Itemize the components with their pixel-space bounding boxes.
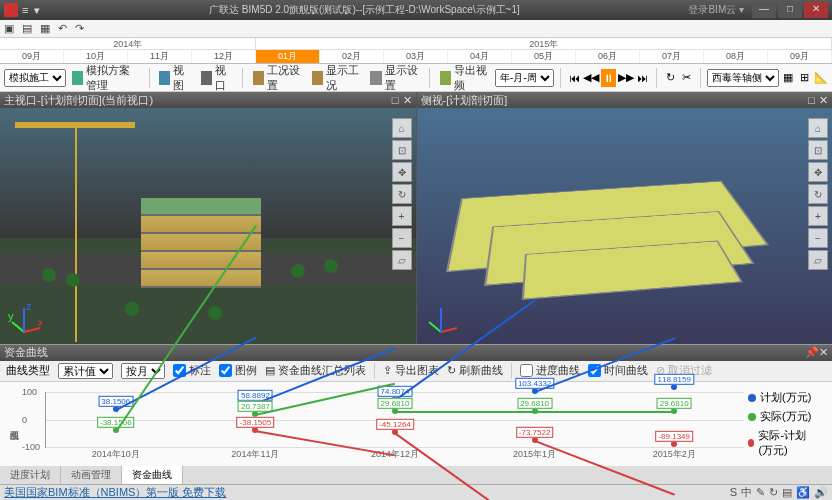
viewport-right: 侧视-[计划剖切面] □✕ ⌂ ⊡ ✥ ↻ + − ▱ <box>417 92 833 344</box>
grid-icon[interactable]: ▦ <box>781 69 795 87</box>
next-button[interactable]: ▶▶ <box>618 69 634 87</box>
tray-icon[interactable]: 中 <box>741 486 752 498</box>
tray-icon[interactable]: 🔊 <box>814 486 828 498</box>
data-point[interactable] <box>671 384 677 390</box>
timeline-month[interactable]: 10月 <box>64 50 128 63</box>
timeline[interactable]: 2014年 2015年 09月10月11月12月01月02月03月04月05月0… <box>0 38 832 64</box>
redo-icon[interactable]: ↷ <box>75 22 84 35</box>
section-icon[interactable]: ▱ <box>808 250 828 270</box>
timeline-month[interactable]: 08月 <box>704 50 768 63</box>
legend-checkbox[interactable]: 图例 <box>219 363 257 378</box>
axis-gizmo[interactable]: x y z <box>6 302 42 338</box>
fit-tool-icon[interactable]: ⊡ <box>808 140 828 160</box>
last-button[interactable]: ⏭ <box>636 69 650 87</box>
timeline-month[interactable]: 01月 <box>256 50 320 63</box>
gear-icon <box>253 71 264 85</box>
svg-text:y: y <box>8 310 14 322</box>
zoom-out-icon[interactable]: − <box>808 228 828 248</box>
system-tray: S中✎↻▤♿🔊 <box>726 485 828 500</box>
timeline-month[interactable]: 03月 <box>384 50 448 63</box>
export-chart-button[interactable]: ⇪导出图表 <box>383 363 439 378</box>
vp-close-icon[interactable]: ✕ <box>403 94 412 106</box>
vp-max-icon[interactable]: □ <box>808 94 815 106</box>
prev-button[interactable]: ◀◀ <box>583 69 599 87</box>
display-settings-button[interactable]: 显示设置 <box>366 61 423 95</box>
first-button[interactable]: ⏮ <box>567 69 581 87</box>
fit-icon[interactable]: ⊞ <box>797 69 811 87</box>
qa-icon-2[interactable]: ▤ <box>22 22 32 35</box>
pan-icon[interactable]: ✥ <box>392 162 412 182</box>
quick-menubar: ▣ ▤ ▦ ↶ ↷ <box>0 20 832 38</box>
play-button[interactable]: ⏸ <box>601 69 615 87</box>
vp-max-icon[interactable]: □ <box>392 94 399 106</box>
vp-close-icon[interactable]: ✕ <box>819 94 828 106</box>
maximize-button[interactable]: □ <box>778 2 802 18</box>
zoom-in-icon[interactable]: + <box>808 206 828 226</box>
refresh-chart-button[interactable]: ↻刷新曲线 <box>447 363 503 378</box>
tray-icon[interactable]: ▤ <box>782 486 792 498</box>
minimize-button[interactable]: — <box>752 2 776 18</box>
legend-item: 实际-计划(万元) <box>748 428 820 458</box>
pan-icon[interactable]: ✥ <box>808 162 828 182</box>
view-preset-select[interactable]: 西毒等轴侧 <box>707 69 779 87</box>
timeline-month[interactable]: 02月 <box>320 50 384 63</box>
chart-tab[interactable]: 资金曲线 <box>122 466 183 484</box>
chart-plot[interactable]: -10001002014年10月2014年11月2014年12月2015年1月2… <box>45 392 744 448</box>
viewport-left-canvas[interactable]: ⌂ ⊡ ✥ ↻ + − ▱ x y z <box>0 108 416 344</box>
menu-icon[interactable]: ≡ <box>22 4 28 16</box>
tray-icon[interactable]: ♿ <box>796 486 810 498</box>
close-icon[interactable]: ✕ <box>819 346 828 358</box>
window-button[interactable]: 视口 <box>197 61 236 95</box>
display-status-button[interactable]: 显示工况 <box>308 61 365 95</box>
data-label: 29.6810 <box>657 398 692 409</box>
timeline-month[interactable]: 04月 <box>448 50 512 63</box>
data-point[interactable] <box>671 441 677 447</box>
sim-settings-button[interactable]: 工况设置 <box>249 61 306 95</box>
section-icon[interactable]: ▱ <box>392 250 412 270</box>
timeline-month[interactable]: 12月 <box>192 50 256 63</box>
export-video-button[interactable]: 导出视频 <box>436 61 493 95</box>
home-icon[interactable]: ⌂ <box>808 118 828 138</box>
undo-icon[interactable]: ↶ <box>58 22 67 35</box>
loop-button[interactable]: ↻ <box>663 69 677 87</box>
scheme-icon <box>72 71 83 85</box>
svg-line-2 <box>12 322 24 332</box>
timeline-month[interactable]: 09月 <box>0 50 64 63</box>
cut-button[interactable]: ✂ <box>679 69 693 87</box>
user-login[interactable]: 登录BIM云 ▾ <box>688 3 744 17</box>
pin-icon[interactable]: 📌 <box>805 346 819 358</box>
tray-icon[interactable]: ✎ <box>756 486 765 498</box>
qa-icon-3[interactable]: ▦ <box>40 22 50 35</box>
tray-icon[interactable]: ↻ <box>769 486 778 498</box>
viewport-left-title: 主视口-[计划剖切面](当前视口) <box>4 93 153 108</box>
qa-icon-1[interactable]: ▣ <box>4 22 14 35</box>
chart-tab[interactable]: 进度计划 <box>0 466 61 484</box>
home-icon[interactable]: ⌂ <box>392 118 412 138</box>
measure-icon[interactable]: 📐 <box>814 69 828 87</box>
scheme-mgmt-button[interactable]: 模拟方案管理 <box>68 61 143 95</box>
zoom-out-icon[interactable]: − <box>392 228 412 248</box>
status-text[interactable]: 美国国家BIM标准（NBIMS）第一版 免费下载 <box>4 485 226 500</box>
orbit-icon[interactable]: ↻ <box>808 184 828 204</box>
close-button[interactable]: ✕ <box>804 2 828 18</box>
tray-icon[interactable]: S <box>730 486 737 498</box>
timeline-month[interactable]: 09月 <box>768 50 832 63</box>
view-button[interactable]: 视图 <box>155 61 194 95</box>
timeline-month[interactable]: 05月 <box>512 50 576 63</box>
chart-type-label: 曲线类型 <box>6 363 50 378</box>
viewport-right-canvas[interactable]: ⌂ ⊡ ✥ ↻ + − ▱ <box>417 108 833 344</box>
timeline-month[interactable]: 07月 <box>640 50 704 63</box>
chart-type-select[interactable]: 累计值 <box>58 363 113 379</box>
timeline-month[interactable]: 11月 <box>128 50 192 63</box>
time-unit-select[interactable]: 年-月-周 <box>495 69 554 87</box>
timeline-month[interactable]: 06月 <box>576 50 640 63</box>
zoom-in-icon[interactable]: + <box>392 206 412 226</box>
mode-select[interactable]: 模拟施工 <box>4 69 66 87</box>
fit-tool-icon[interactable]: ⊡ <box>392 140 412 160</box>
time-checkbox[interactable]: 时间曲线 <box>588 363 648 378</box>
axis-gizmo[interactable] <box>423 302 459 338</box>
data-label: -45.1264 <box>376 419 414 430</box>
data-label: 118.8159 <box>655 374 694 385</box>
orbit-icon[interactable]: ↻ <box>392 184 412 204</box>
chart-tab[interactable]: 动画管理 <box>61 466 122 484</box>
